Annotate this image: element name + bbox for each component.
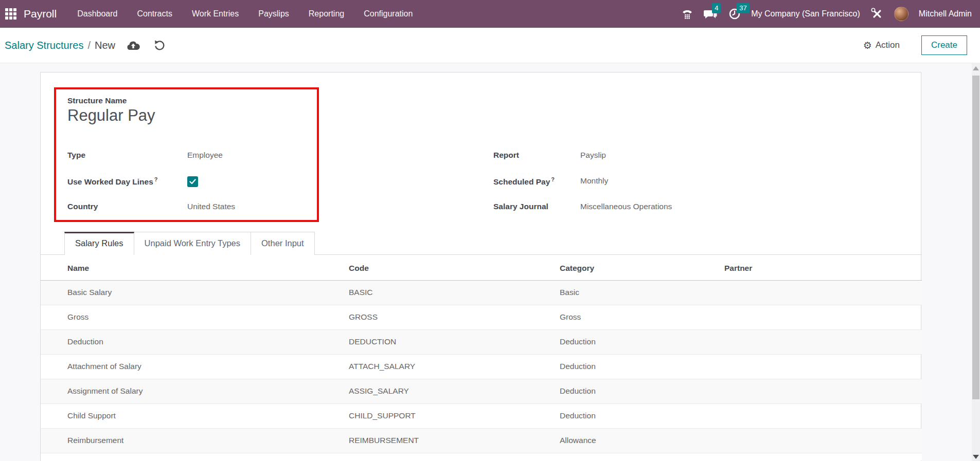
form-sheet: Structure Name Regular Pay Type Employee… (40, 72, 921, 461)
cell-category[interactable]: Deduction (560, 354, 724, 379)
menu-payslips[interactable]: Payslips (258, 9, 289, 19)
cell-name[interactable]: Reimbursement (41, 428, 349, 453)
cell-code[interactable]: ASSIG_SALARY (349, 379, 560, 403)
menu-work-entries[interactable]: Work Entries (192, 9, 239, 19)
worked-day-lines-label: Use Worked Day Lines? (67, 176, 187, 187)
type-select[interactable]: Employee (187, 151, 223, 160)
activities-count-badge[interactable]: 37 (737, 3, 749, 13)
activities-clock-icon[interactable]: 37 (728, 8, 741, 20)
salary-journal-select[interactable]: Miscellaneous Operations (580, 202, 672, 211)
cell-code[interactable]: CHILD_SUPPORT (349, 403, 560, 428)
content-area: Structure Name Regular Pay Type Employee… (0, 63, 980, 461)
cell-name[interactable]: Attachment of Salary (41, 354, 349, 379)
column-header-category[interactable]: Category (560, 257, 724, 280)
report-label: Report (493, 151, 580, 160)
cell-name[interactable]: Basic Salary (41, 280, 349, 305)
cell-name[interactable]: Assignment of Salary (41, 379, 349, 403)
column-header-name[interactable]: Name (41, 257, 349, 280)
cell-partner[interactable] (724, 280, 922, 305)
tab-other-input[interactable]: Other Input (251, 232, 315, 255)
breadcrumb: Salary Structures / New (5, 40, 115, 51)
cell-code[interactable]: ATTACH_SALARY (349, 354, 560, 379)
cell-partner[interactable] (724, 403, 922, 428)
menu-dashboard[interactable]: Dashboard (77, 9, 117, 19)
breadcrumb-separator: / (87, 40, 91, 51)
cell-code[interactable]: GROSS (349, 305, 560, 329)
save-cloud-icon[interactable] (127, 40, 140, 51)
notebook-tabs: Salary Rules Unpaid Work Entry Types Oth… (41, 232, 922, 255)
table-row[interactable]: Attachment of Salary ATTACH_SALARY Deduc… (41, 354, 922, 379)
scheduled-pay-field-row: Scheduled Pay? Monthly (493, 176, 608, 187)
structure-name-label: Structure Name (67, 96, 127, 105)
voip-phone-icon[interactable] (681, 8, 693, 20)
column-header-partner[interactable]: Partner (724, 257, 922, 280)
cell-partner[interactable] (724, 428, 922, 453)
messages-count-badge[interactable]: 4 (712, 3, 721, 13)
user-menu[interactable]: Mitchell Admin (919, 9, 972, 19)
cell-category[interactable]: Basic (560, 280, 724, 305)
cell-code[interactable]: BASIC (349, 280, 560, 305)
cell-partner[interactable] (724, 329, 922, 354)
user-avatar[interactable] (894, 7, 908, 21)
table-row[interactable]: Basic Salary BASIC Basic (41, 280, 922, 305)
table-row[interactable]: Deduction DEDUCTION Deduction (41, 329, 922, 354)
messages-icon[interactable]: 4 (704, 8, 718, 20)
vertical-scrollbar[interactable] (972, 63, 980, 461)
scrollbar-thumb[interactable] (972, 76, 979, 399)
cell-category[interactable]: Deduction (560, 403, 724, 428)
help-question-icon: ? (551, 176, 555, 182)
debug-tools-icon[interactable] (870, 7, 884, 21)
cell-category[interactable]: Deduction (560, 329, 724, 354)
table-row-partial[interactable] (41, 453, 922, 460)
worked-day-lines-checkbox[interactable] (187, 176, 198, 187)
cell-partner[interactable] (724, 379, 922, 403)
systray: 4 37 My Company (San Francisco) Mitchell… (681, 7, 972, 21)
create-button[interactable]: Create (921, 35, 967, 55)
salary-journal-field-row: Salary Journal Miscellaneous Operations (493, 202, 672, 211)
cell-name[interactable]: Gross (41, 305, 349, 329)
table-row[interactable]: Reimbursement REIMBURSEMENT Allowance (41, 428, 922, 453)
cell-partner[interactable] (724, 354, 922, 379)
table-header-row: Name Code Category Partner (41, 257, 922, 280)
country-select[interactable]: United States (187, 202, 235, 211)
top-navbar: Payroll Dashboard Contracts Work Entries… (0, 0, 980, 28)
tab-unpaid-work-entry-types[interactable]: Unpaid Work Entry Types (134, 232, 251, 255)
scheduled-pay-select[interactable]: Monthly (580, 176, 608, 187)
main-menu: Dashboard Contracts Work Entries Payslip… (77, 9, 413, 19)
salary-journal-label: Salary Journal (493, 202, 580, 211)
scheduled-pay-label: Scheduled Pay? (493, 176, 580, 187)
column-header-code[interactable]: Code (349, 257, 560, 280)
cell-name[interactable]: Child Support (41, 403, 349, 428)
report-select[interactable]: Payslip (580, 151, 606, 160)
scrollbar-down-arrow-icon[interactable] (973, 455, 979, 459)
worked-day-lines-field-row: Use Worked Day Lines? (67, 176, 198, 187)
cell-code[interactable]: DEDUCTION (349, 329, 560, 354)
scrollbar-up-arrow-icon[interactable] (973, 66, 979, 70)
tab-salary-rules[interactable]: Salary Rules (64, 232, 134, 255)
apps-menu-icon[interactable] (5, 8, 16, 20)
country-field-row: Country United States (67, 202, 235, 211)
menu-configuration[interactable]: Configuration (364, 9, 413, 19)
breadcrumb-salary-structures[interactable]: Salary Structures (5, 40, 83, 51)
action-menu-button[interactable]: ⚙ Action (863, 40, 900, 50)
menu-contracts[interactable]: Contracts (137, 9, 172, 19)
help-question-icon: ? (154, 176, 158, 182)
menu-reporting[interactable]: Reporting (309, 9, 344, 19)
control-panel: Salary Structures / New ⚙ Action Create (0, 28, 980, 63)
table-row[interactable]: Assignment of Salary ASSIG_SALARY Deduct… (41, 379, 922, 403)
type-label: Type (67, 151, 187, 160)
company-switcher[interactable]: My Company (San Francisco) (751, 9, 860, 19)
salary-rules-table: Name Code Category Partner Basic Salary … (41, 257, 922, 460)
cell-partner[interactable] (724, 305, 922, 329)
table-row[interactable]: Gross GROSS Gross (41, 305, 922, 329)
discard-undo-icon[interactable] (153, 39, 166, 51)
cell-code[interactable]: REIMBURSEMENT (349, 428, 560, 453)
type-field-row: Type Employee (67, 151, 223, 160)
cell-category[interactable]: Deduction (560, 379, 724, 403)
cell-category[interactable]: Gross (560, 305, 724, 329)
cell-category[interactable]: Allowance (560, 428, 724, 453)
table-row[interactable]: Child Support CHILD_SUPPORT Deduction (41, 403, 922, 428)
cell-name[interactable]: Deduction (41, 329, 349, 354)
app-name[interactable]: Payroll (24, 8, 57, 20)
structure-name-input[interactable]: Regular Pay (67, 106, 155, 125)
